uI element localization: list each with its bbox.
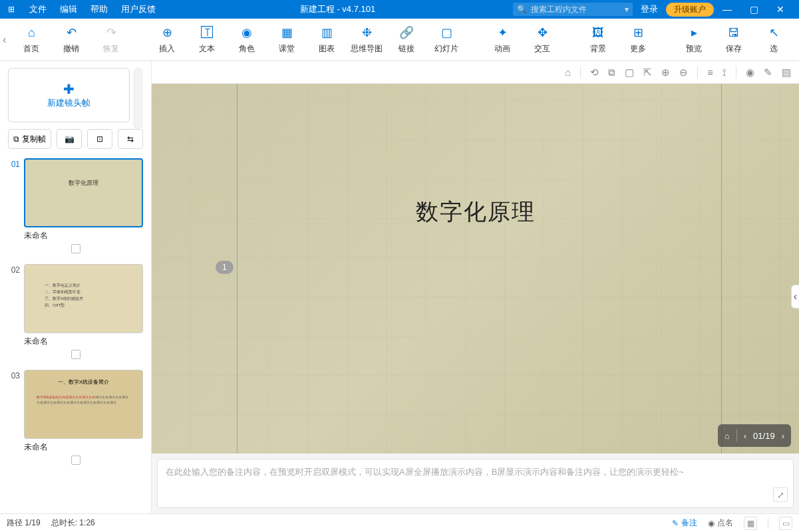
save-button[interactable]: 🖫保存 <box>714 21 754 59</box>
interact-button[interactable]: ✥交互 <box>522 21 562 59</box>
animation-button[interactable]: ✦动画 <box>482 21 522 59</box>
export-icon[interactable]: ⇱ <box>643 66 652 78</box>
notes-toggle[interactable]: ✎备注 <box>672 517 697 529</box>
preview-button[interactable]: ▸预览 <box>674 21 714 59</box>
star-icon: ✦ <box>494 25 510 41</box>
minimize-button[interactable]: — <box>714 4 740 15</box>
edit-icon[interactable]: ✎ <box>764 66 772 78</box>
undo-icon: ↶ <box>63 25 79 41</box>
nav-home-icon[interactable]: ⌂ <box>724 431 730 441</box>
rotate-left-icon[interactable]: ⟲ <box>590 66 599 78</box>
mindmap-icon: ❉ <box>359 25 375 41</box>
image-icon: 🖼 <box>590 25 606 41</box>
align-icon[interactable]: ≡ <box>707 66 713 78</box>
rollcall-button[interactable]: ◉点名 <box>708 517 733 529</box>
interact-icon: ✥ <box>534 25 550 41</box>
person-icon: ◉ <box>708 519 715 528</box>
link-button[interactable]: 🔗链接 <box>387 21 426 59</box>
slide-thumb-1[interactable]: 01 数字化原理 未命名 <box>8 158 143 259</box>
timer-icon <box>71 244 80 253</box>
home-icon[interactable]: ⌂ <box>565 66 571 78</box>
redo-button: ↷恢复 <box>91 21 131 59</box>
snapshot-icon[interactable]: ◉ <box>746 66 754 78</box>
upgrade-button[interactable]: 升级账户 <box>666 3 714 17</box>
right-panel-handle[interactable]: ‹ <box>791 285 799 309</box>
grid-icon: ⊞ <box>630 25 646 41</box>
zoom-in-icon[interactable]: ⊕ <box>661 66 670 78</box>
copy-icon: ⧉ <box>13 134 19 144</box>
timer-icon <box>71 456 80 465</box>
camera-icon: 📷 <box>65 134 75 144</box>
copy-icon[interactable]: ⧉ <box>608 66 615 78</box>
slide-icon: ▢ <box>438 25 454 41</box>
play-icon: ▸ <box>686 25 702 41</box>
canvas-toolbar: ⌂ ⟲ ⧉ ▢ ⇱ ⊕ ⊖ ≡ ⟟ ◉ ✎ ▤ <box>152 61 799 84</box>
lock-icon[interactable]: ⟟ <box>722 66 726 78</box>
new-frame-button[interactable]: ✚ 新建镜头帧 <box>8 68 130 122</box>
text-button[interactable]: 🅃文本 <box>187 21 227 59</box>
present-icon[interactable]: ▭ <box>779 517 792 530</box>
nav-prev-icon[interactable]: ‹ <box>744 431 746 441</box>
insert-button[interactable]: ⊕插入 <box>147 21 187 59</box>
slide-title-text[interactable]: 数字化原理 <box>416 197 536 227</box>
maximize-button[interactable]: ▢ <box>740 4 767 15</box>
qr-icon: ⊡ <box>96 134 103 144</box>
notes-area[interactable]: 在此处输入您的备注内容，在预览时开启双屏模式，可以实现A屏全屏播放演示内容，B屏… <box>157 459 794 508</box>
class-button[interactable]: ▦课堂 <box>267 21 307 59</box>
more-button[interactable]: ⊞更多 <box>618 21 658 59</box>
chart-icon: ▥ <box>319 25 335 41</box>
copy-frame-button[interactable]: ⧉复制帧 <box>8 129 51 149</box>
home-button[interactable]: ⌂首页 <box>11 21 51 59</box>
menu-feedback[interactable]: 用户反馈 <box>114 3 162 15</box>
guide-line <box>237 84 238 454</box>
slide-thumb-2[interactable]: 02 一、数字化定义简介二、字体和线型不变三、数字X线扫描技术四、CRT型 未命… <box>8 264 143 364</box>
expand-icon[interactable]: ⤢ <box>773 487 788 502</box>
save-icon: 🖫 <box>726 25 742 41</box>
home-icon: ⌂ <box>23 25 39 41</box>
background-button[interactable]: 🖼背景 <box>578 21 618 59</box>
chevron-down-icon: ▾ <box>625 5 629 14</box>
menu-file[interactable]: 文件 <box>23 3 53 15</box>
step-badge[interactable]: 1 <box>216 261 234 274</box>
redo-icon: ↷ <box>103 25 119 41</box>
classroom-icon: ▦ <box>279 25 295 41</box>
menu-help[interactable]: 帮助 <box>84 3 114 15</box>
grid-view-icon[interactable]: ▦ <box>744 517 757 530</box>
undo-button[interactable]: ↶撤销 <box>51 21 91 59</box>
page-navigator: ⌂ ‹ 01/19 › <box>718 424 791 447</box>
person-icon: ◉ <box>239 25 255 41</box>
scrollbar[interactable] <box>134 68 143 129</box>
guide-line <box>721 84 722 454</box>
zoom-out-icon[interactable]: ⊖ <box>679 66 688 78</box>
search-input[interactable]: 🔍 搜索工程内文件 ▾ <box>513 3 633 16</box>
login-link[interactable]: 登录 <box>641 3 658 15</box>
slide-thumb-3[interactable]: 03 一、数字X线设备简介 数字X线设备简介内容演示文本演示文本演示文本演示文本… <box>8 370 143 470</box>
note-icon: ✎ <box>672 519 679 528</box>
mindmap-button[interactable]: ❉思维导图 <box>347 21 387 59</box>
layer-icon[interactable]: ▤ <box>782 66 791 78</box>
search-icon: 🔍 <box>517 5 527 14</box>
slide-button[interactable]: ▢幻灯片 <box>426 21 466 59</box>
role-button[interactable]: ◉角色 <box>227 21 267 59</box>
chart-button[interactable]: ▥图表 <box>307 21 347 59</box>
canvas[interactable]: 数字化原理 1 <box>152 84 799 454</box>
close-button[interactable]: ✕ <box>767 4 794 15</box>
select-button[interactable]: ↖选 <box>754 21 794 59</box>
page-indicator: 01/19 <box>753 431 775 441</box>
plus-icon: ✚ <box>63 81 75 97</box>
window-title: 新建工程 - v4.7.101 <box>162 3 513 15</box>
app-logo-icon: ⊞ <box>5 3 17 15</box>
duration-status: 总时长: 1:26 <box>51 517 95 529</box>
qr-button[interactable]: ⊡ <box>87 129 112 149</box>
paste-icon[interactable]: ▢ <box>625 66 634 78</box>
nav-next-icon[interactable]: › <box>782 431 784 441</box>
text-icon: 🅃 <box>199 25 215 41</box>
swap-icon: ⇆ <box>127 134 134 144</box>
menu-edit[interactable]: 编辑 <box>53 3 84 15</box>
cursor-icon: ↖ <box>766 25 782 41</box>
camera-button[interactable]: 📷 <box>57 129 82 149</box>
swap-button[interactable]: ⇆ <box>118 129 143 149</box>
plus-circle-icon: ⊕ <box>159 25 175 41</box>
slide-panel: ✚ 新建镜头帧 ⧉复制帧 📷 ⊡ ⇆ 01 数字化原理 未命名 02 一、数字化… <box>0 61 152 513</box>
link-icon: 🔗 <box>399 25 414 41</box>
